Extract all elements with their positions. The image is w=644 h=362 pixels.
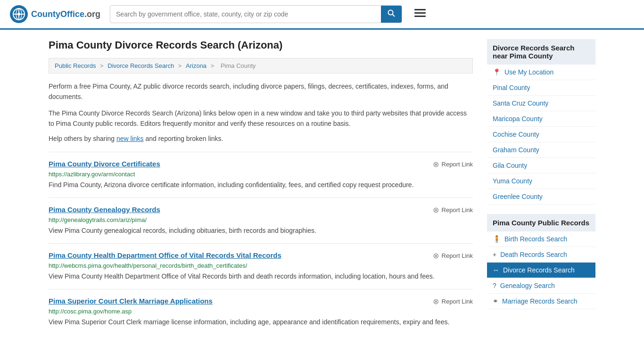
page-title: Pima County Divorce Records Search (Ariz… — [49, 39, 473, 51]
nearby-county-link-4[interactable]: Graham County — [493, 146, 539, 154]
public-record-item-0[interactable]: 🧍 Birth Records Search — [487, 231, 595, 247]
record-item-3: Pima Superior Court Clerk Marriage Appli… — [49, 289, 473, 335]
report-link-2[interactable]: ⊗ Report Link — [433, 251, 473, 260]
nearby-county-link-3[interactable]: Cochise County — [493, 131, 539, 138]
nearby-county-link-5[interactable]: Gila County — [493, 162, 527, 169]
breadcrumb-sep3: > — [211, 62, 216, 69]
logo-main: CountyOffice — [31, 9, 84, 19]
nearby-section-title: Divorce Records Search near Pima County — [487, 39, 595, 65]
report-label-1: Report Link — [442, 206, 473, 214]
svg-rect-8 — [414, 9, 426, 10]
nearby-section: Divorce Records Search near Pima County … — [487, 39, 595, 205]
record-header-3: Pima Superior Court Clerk Marriage Appli… — [49, 297, 473, 306]
breadcrumb-current: Pima County — [221, 62, 256, 69]
nearby-county-0[interactable]: Pinal County — [487, 80, 595, 96]
public-record-icon-0: 🧍 — [493, 235, 501, 243]
record-item-0: Pima County Divorce Certificates ⊗ Repor… — [49, 152, 473, 197]
svg-line-7 — [393, 15, 395, 17]
public-record-link-1[interactable]: Death Records Search — [500, 251, 567, 258]
nearby-county-7[interactable]: Greenlee County — [487, 189, 595, 205]
report-label-3: Report Link — [442, 298, 473, 305]
record-desc-1: View Pima County genealogical records, i… — [49, 226, 473, 236]
main-layout: Pima County Divorce Records Search (Ariz… — [39, 30, 605, 335]
nearby-county-6[interactable]: Yuma County — [487, 173, 595, 189]
public-record-link-0[interactable]: Birth Records Search — [504, 235, 567, 243]
logo-org: .org — [84, 9, 100, 19]
svg-point-6 — [388, 10, 393, 15]
nearby-county-link-7[interactable]: Greenlee County — [493, 193, 543, 200]
search-icon — [388, 9, 395, 17]
nearby-county-5[interactable]: Gila County — [487, 158, 595, 173]
logo[interactable]: CountyOffice.org — [9, 5, 100, 24]
report-icon-2: ⊗ — [433, 251, 439, 260]
public-record-link-4[interactable]: Marriage Records Search — [502, 297, 578, 305]
logo-text: CountyOffice.org — [31, 9, 100, 19]
breadcrumb-sep1: > — [100, 62, 105, 69]
nearby-county-link-0[interactable]: Pinal County — [493, 84, 530, 91]
record-title-3[interactable]: Pima Superior Court Clerk Marriage Appli… — [49, 297, 213, 305]
report-icon-3: ⊗ — [433, 297, 439, 306]
breadcrumb-public-records[interactable]: Public Records — [55, 62, 96, 69]
records-list: Pima County Divorce Certificates ⊗ Repor… — [49, 152, 473, 335]
record-desc-0: Find Pima County, Arizona divorce certif… — [49, 180, 473, 190]
intro-paragraph-2: The Pima County Divorce Records Search (… — [49, 108, 473, 129]
breadcrumb-arizona[interactable]: Arizona — [186, 62, 206, 69]
content-area: Pima County Divorce Records Search (Ariz… — [49, 39, 473, 335]
nearby-county-4[interactable]: Graham County — [487, 142, 595, 158]
record-url-2[interactable]: http://webcms.pima.gov/health/personal_r… — [49, 262, 473, 269]
nearby-county-2[interactable]: Maricopa County — [487, 111, 595, 127]
record-header-0: Pima County Divorce Certificates ⊗ Repor… — [49, 160, 473, 169]
report-icon-0: ⊗ — [433, 160, 439, 169]
public-record-item-2[interactable]: ↔ Divorce Records Search — [487, 263, 595, 278]
record-header-1: Pima County Genealogy Records ⊗ Report L… — [49, 206, 473, 214]
search-bar[interactable] — [110, 5, 402, 23]
menu-button[interactable] — [412, 5, 429, 23]
report-icon-1: ⊗ — [433, 206, 439, 214]
new-links-link[interactable]: new links — [116, 135, 144, 142]
record-url-0[interactable]: https://azlibrary.gov/arm/contact — [49, 171, 473, 178]
intro-paragraph-1: Perform a free Pima County, AZ public di… — [49, 81, 473, 102]
public-record-item-1[interactable]: + Death Records Search — [487, 247, 595, 263]
svg-point-5 — [17, 13, 20, 16]
record-item-2: Pima County Health Department Office of … — [49, 243, 473, 289]
nearby-county-1[interactable]: Santa Cruz County — [487, 96, 595, 111]
use-my-location[interactable]: 📍 Use My Location — [487, 65, 595, 80]
public-record-icon-1: + — [493, 251, 496, 258]
record-title-1[interactable]: Pima County Genealogy Records — [49, 206, 160, 214]
svg-rect-10 — [414, 16, 426, 17]
report-link-0[interactable]: ⊗ Report Link — [433, 160, 473, 169]
location-icon: 📍 — [493, 68, 501, 76]
public-record-icon-4: ⚭ — [493, 297, 498, 305]
nearby-counties-list: Pinal CountySanta Cruz CountyMaricopa Co… — [487, 80, 595, 205]
public-record-icon-3: ? — [493, 282, 496, 289]
record-desc-3: View Pima Superior Court Clerk marriage … — [49, 317, 473, 327]
public-record-link-2[interactable]: Divorce Records Search — [503, 266, 575, 274]
sidebar: Divorce Records Search near Pima County … — [487, 39, 595, 335]
breadcrumb-sep2: > — [178, 62, 183, 69]
breadcrumb: Public Records > Divorce Records Search … — [49, 58, 473, 74]
public-record-link-3[interactable]: Genealogy Search — [500, 282, 555, 289]
nearby-county-link-2[interactable]: Maricopa County — [493, 115, 543, 123]
record-title-0[interactable]: Pima County Divorce Certificates — [49, 160, 160, 168]
nearby-county-link-1[interactable]: Santa Cruz County — [493, 99, 548, 107]
public-record-icon-2: ↔ — [493, 266, 499, 274]
record-url-3[interactable]: http://cosc.pima.gov/home.asp — [49, 308, 473, 315]
record-desc-2: View Pima County Health Department Offic… — [49, 272, 473, 281]
help-text-prefix: Help others by sharing — [49, 135, 116, 142]
nearby-county-link-6[interactable]: Yuma County — [493, 177, 532, 185]
breadcrumb-divorce-records[interactable]: Divorce Records Search — [107, 62, 174, 69]
search-input[interactable] — [110, 7, 381, 22]
nearby-county-3[interactable]: Cochise County — [487, 127, 595, 142]
public-record-item-3[interactable]: ? Genealogy Search — [487, 278, 595, 294]
use-my-location-link[interactable]: Use My Location — [504, 68, 553, 76]
record-url-1[interactable]: http://genealogytrails.com/ariz/pima/ — [49, 216, 473, 223]
search-button[interactable] — [381, 6, 402, 23]
report-link-3[interactable]: ⊗ Report Link — [433, 297, 473, 306]
svg-rect-9 — [414, 12, 426, 14]
record-title-2[interactable]: Pima County Health Department Office of … — [49, 251, 281, 259]
help-text: Help others by sharing new links and rep… — [49, 135, 473, 142]
report-link-1[interactable]: ⊗ Report Link — [433, 206, 473, 214]
public-record-item-4[interactable]: ⚭ Marriage Records Search — [487, 294, 595, 309]
public-records-section: Pima County Public Records 🧍 Birth Recor… — [487, 214, 595, 309]
record-header-2: Pima County Health Department Office of … — [49, 251, 473, 260]
